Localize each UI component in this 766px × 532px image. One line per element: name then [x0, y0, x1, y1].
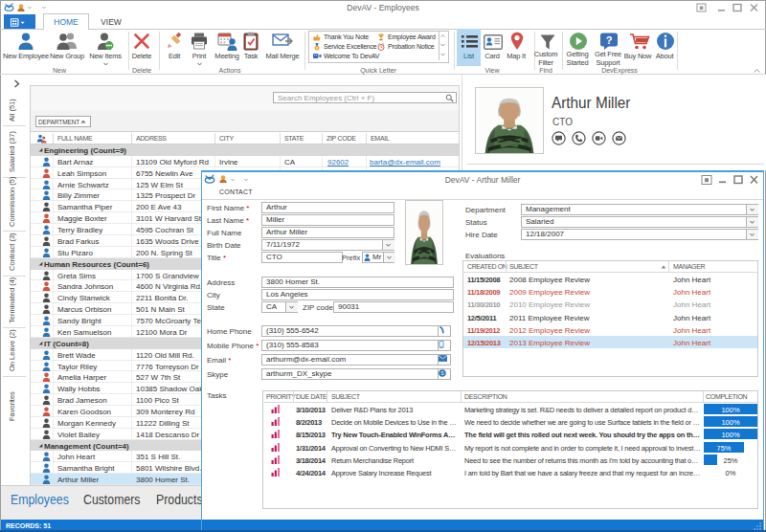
svg-text:S: S — [440, 370, 444, 376]
svg-text:?: ? — [606, 34, 613, 46]
